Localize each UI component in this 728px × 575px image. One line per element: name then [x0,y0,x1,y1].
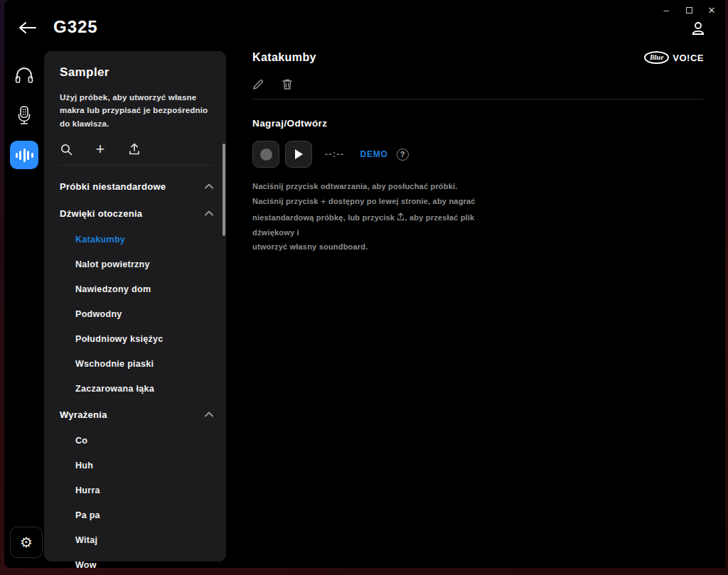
sample-list: Próbki niestandardowe Dźwięki otoczenia … [60,173,213,575]
upload-sample-button[interactable] [128,143,141,156]
record-icon [260,149,272,161]
list-item-wschodnie-piaski[interactable]: Wschodnie piaski [60,351,213,376]
close-button[interactable]: ✕ [704,3,719,17]
chevron-up-icon [205,210,213,216]
back-button[interactable] [18,20,37,36]
question-icon: ? [400,150,405,158]
list-item-wow[interactable]: Wow [60,552,213,575]
list-item-zaczarowana-laka[interactable]: Zaczarowana łąka [60,376,213,401]
list-item-hurra[interactable]: Hurra [60,478,213,503]
play-button[interactable] [285,141,312,168]
rename-button[interactable] [252,78,264,90]
nav-headset[interactable] [10,61,38,90]
search-icon [60,144,73,156]
instructions-text: Naciśnij przycisk odtwarzania, aby posłu… [252,179,498,254]
list-item-poludniowy-ksiezyc[interactable]: Południowy księżyc [60,326,213,351]
nav-rail [4,45,44,568]
section-custom-samples[interactable]: Próbki niestandardowe [60,173,213,200]
window-controls: – ✕ [658,3,719,17]
main-divider [252,99,704,100]
pencil-icon [252,78,264,90]
delete-button[interactable] [282,78,294,90]
blue-voice-logo: Blue VO!CE [644,51,704,64]
voice-wordmark: VO!CE [673,53,704,63]
blue-logo-oval: Blue [644,51,669,64]
panel-title: Sampler [60,65,213,80]
trash-icon [282,78,293,90]
list-item-katakumby[interactable]: Katakumby [60,227,213,252]
sample-title: Katakumby [252,51,316,64]
chevron-up-icon [205,412,213,417]
section-ambient-sounds[interactable]: Dźwięki otoczenia [60,200,213,227]
record-play-heading: Nagraj/Odtwórz [252,118,704,129]
headphones-icon [14,66,34,85]
gear-icon: ⚙ [20,534,33,551]
demo-label: DEMO [360,149,387,159]
panel-toolbar: + [60,143,213,156]
list-item-podwodny[interactable]: Podwodny [60,301,213,326]
minimize-icon: – [663,5,668,16]
chevron-up-icon [205,183,213,189]
list-item-huh[interactable]: Huh [60,453,213,478]
maximize-button[interactable] [681,3,697,17]
minimize-button[interactable]: – [658,3,674,17]
app-window: G325 – ✕ [4,0,725,568]
panel-description: Użyj próbek, aby utworzyć własne makra l… [60,91,213,130]
search-button[interactable] [60,143,73,156]
plus-icon: + [321,193,326,210]
waveform-icon [16,149,33,162]
plus-icon: + [96,141,105,157]
list-item-nawiedzony-dom[interactable]: Nawiedzony dom [60,276,213,301]
maximize-icon [686,7,692,14]
list-item-co[interactable]: Co [60,428,213,453]
playback-time: --:-- [325,149,344,159]
page-title: G325 [53,17,98,37]
scrollbar-thumb[interactable] [223,144,225,236]
sampler-panel: Sampler Użyj próbek, aby utworzyć własne… [44,51,226,561]
add-sample-button[interactable]: + [94,143,107,156]
record-play-controls: --:-- DEMO ? [252,141,704,168]
close-icon: ✕ [708,5,716,16]
section-expressions[interactable]: Wyrażenia [60,401,213,428]
settings-button[interactable]: ⚙ [10,527,43,558]
list-item-pa-pa[interactable]: Pa pa [60,503,213,527]
upload-icon [129,143,140,156]
arrow-left-icon [18,20,37,36]
nav-sampler[interactable] [10,141,38,169]
sample-actions [252,78,704,90]
record-button[interactable] [252,141,279,168]
upload-icon [397,213,405,221]
play-icon [293,148,304,161]
user-account-button[interactable] [690,20,707,37]
help-button[interactable]: ? [397,149,409,161]
list-item-witaj[interactable]: Witaj [60,527,213,552]
person-icon [690,20,707,37]
titlebar: G325 – ✕ [4,0,725,45]
list-item-nalot-powietrzny[interactable]: Nalot powietrzny [60,252,213,276]
microphone-icon [16,105,33,125]
panel-divider [60,165,213,166]
main-content: Katakumby Blue VO!CE Nagraj/Odtwórz [252,51,704,254]
nav-microphone[interactable] [10,101,38,129]
